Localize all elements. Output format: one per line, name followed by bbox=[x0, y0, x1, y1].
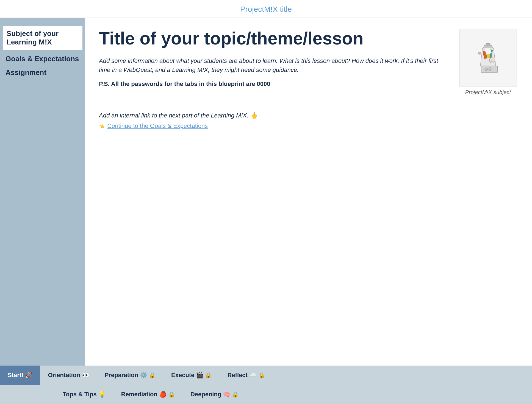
description-text: Add some information about what your stu… bbox=[99, 56, 447, 74]
main-wrapper: Subject of your Learning M!X Goals & Exp… bbox=[0, 18, 532, 366]
svg-text:⊙: ⊙ bbox=[489, 69, 491, 71]
svg-rect-2 bbox=[478, 52, 481, 54]
nav-preparation-emoji: ⚙️ bbox=[140, 372, 147, 379]
sidebar-item-subject-label: Subject of your Learning M!X bbox=[7, 29, 59, 46]
nav-deepening-label: Deepening bbox=[190, 391, 221, 398]
deepening-lock-icon: 🔒 bbox=[232, 391, 239, 398]
bottom-nav-row-1: Start! 🚀 Orientation 👀 Preparation ⚙️ 🔒 … bbox=[0, 366, 532, 385]
continue-link-line: 👈 Continue to the Goals & Expectations bbox=[99, 122, 518, 130]
sidebar: Subject of your Learning M!X Goals & Exp… bbox=[0, 18, 85, 366]
content-area: Title of your topic/theme/lesson Add som… bbox=[85, 18, 532, 366]
svg-text:37: 37 bbox=[491, 60, 494, 62]
nav-item-remediation[interactable]: Remediation 🍎 🔒 bbox=[113, 385, 183, 404]
remediation-lock-icon: 🔒 bbox=[168, 391, 175, 398]
nav-deepening-emoji: 🧠 bbox=[223, 391, 230, 398]
svg-rect-10 bbox=[486, 43, 490, 46]
nav-item-start[interactable]: Start! 🚀 bbox=[0, 366, 40, 385]
nav-item-preparation[interactable]: Preparation ⚙️ 🔒 bbox=[97, 366, 164, 385]
nav-remediation-emoji: 🍎 bbox=[159, 391, 167, 398]
sidebar-item-assignment-label: Assignment bbox=[5, 68, 46, 77]
nav-item-execute[interactable]: Execute 🎬 🔒 bbox=[164, 366, 220, 385]
nav-start-label: Start! bbox=[8, 372, 23, 379]
nav-item-orientation[interactable]: Orientation 👀 bbox=[40, 366, 97, 385]
nav-reflect-emoji: ☁️ bbox=[249, 372, 257, 379]
page-title: Title of your topic/theme/lesson bbox=[99, 29, 447, 48]
link-section: Add an internal link to the next part of… bbox=[99, 112, 518, 130]
top-bar: ProjectM!X title bbox=[0, 0, 532, 18]
preparation-lock-icon: 🔒 bbox=[149, 372, 156, 378]
nav-start-emoji: 🚀 bbox=[25, 372, 32, 379]
app-title: ProjectM!X title bbox=[240, 5, 292, 13]
content-text: Title of your topic/theme/lesson Add som… bbox=[99, 29, 447, 88]
nav-item-reflect[interactable]: Reflect ☁️ 🔒 bbox=[220, 366, 273, 385]
nav-tops-tips-label: Tops & Tips bbox=[63, 391, 97, 398]
execute-lock-icon: 🔒 bbox=[205, 372, 212, 378]
nav-preparation-label: Preparation bbox=[105, 372, 138, 379]
continue-link[interactable]: Continue to the Goals & Expectations bbox=[107, 122, 208, 129]
blender-illustration: 37 ⊙ bbox=[466, 36, 510, 80]
nav-execute-label: Execute bbox=[171, 372, 194, 379]
sidebar-item-goals-label: Goals & Expectations bbox=[5, 55, 79, 63]
nav-tops-tips-emoji: 💡 bbox=[98, 391, 106, 398]
reflect-lock-icon: 🔒 bbox=[258, 372, 265, 378]
content-top: Title of your topic/theme/lesson Add som… bbox=[99, 29, 518, 96]
nav-item-tops-tips[interactable]: Tops & Tips 💡 bbox=[55, 385, 113, 404]
nav-execute-emoji: 🎬 bbox=[196, 372, 203, 379]
password-note: P.S. All the passwords for the tabs in t… bbox=[99, 80, 447, 88]
nav-item-deepening[interactable]: Deepening 🧠 🔒 bbox=[183, 385, 246, 404]
bottom-nav-row-2: Tops & Tips 💡 Remediation 🍎 🔒 Deepening … bbox=[0, 385, 532, 404]
svg-point-11 bbox=[485, 68, 487, 71]
nav-remediation-label: Remediation bbox=[121, 391, 157, 398]
subject-image: 37 ⊙ bbox=[459, 29, 517, 86]
sidebar-item-subject[interactable]: Subject of your Learning M!X bbox=[3, 26, 82, 50]
sidebar-item-goals[interactable]: Goals & Expectations bbox=[5, 55, 80, 63]
nav-orientation-label: Orientation bbox=[48, 372, 80, 379]
image-container: 37 ⊙ ProjectM!X subject bbox=[458, 29, 518, 96]
image-caption: ProjectM!X subject bbox=[465, 89, 511, 96]
nav-reflect-label: Reflect bbox=[227, 372, 247, 379]
sidebar-item-assignment[interactable]: Assignment bbox=[5, 68, 80, 77]
link-hint: Add an internal link to the next part of… bbox=[99, 112, 518, 119]
nav-orientation-emoji: 👀 bbox=[82, 372, 89, 379]
bottom-nav: Start! 🚀 Orientation 👀 Preparation ⚙️ 🔒 … bbox=[0, 366, 532, 404]
arrow-icon: 👈 bbox=[99, 124, 104, 129]
